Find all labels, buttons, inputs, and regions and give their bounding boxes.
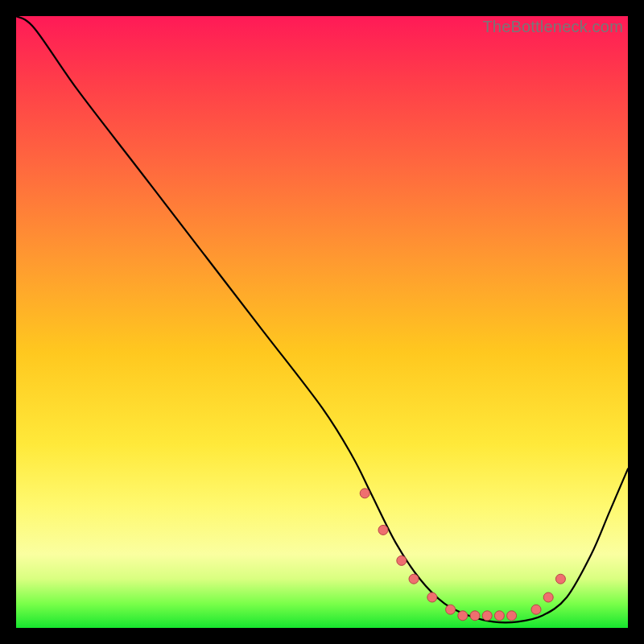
highlight-point — [494, 611, 504, 621]
chart-stage: TheBottleneck.com — [0, 0, 644, 644]
highlight-point — [458, 611, 468, 621]
bottleneck-curve — [16, 16, 628, 622]
highlight-point — [446, 605, 456, 614]
highlight-point — [543, 592, 553, 602]
highlight-point — [555, 574, 565, 584]
plot-area: TheBottleneck.com — [16, 16, 628, 628]
highlight-point — [470, 611, 480, 621]
highlight-point — [378, 525, 388, 535]
highlight-points — [360, 489, 565, 621]
highlight-point — [397, 555, 407, 565]
highlight-point — [482, 611, 492, 621]
highlight-point — [507, 611, 517, 621]
highlight-point — [427, 592, 437, 602]
chart-overlay — [16, 16, 628, 628]
highlight-point — [409, 574, 419, 584]
highlight-point — [360, 489, 369, 498]
highlight-point — [531, 605, 541, 614]
